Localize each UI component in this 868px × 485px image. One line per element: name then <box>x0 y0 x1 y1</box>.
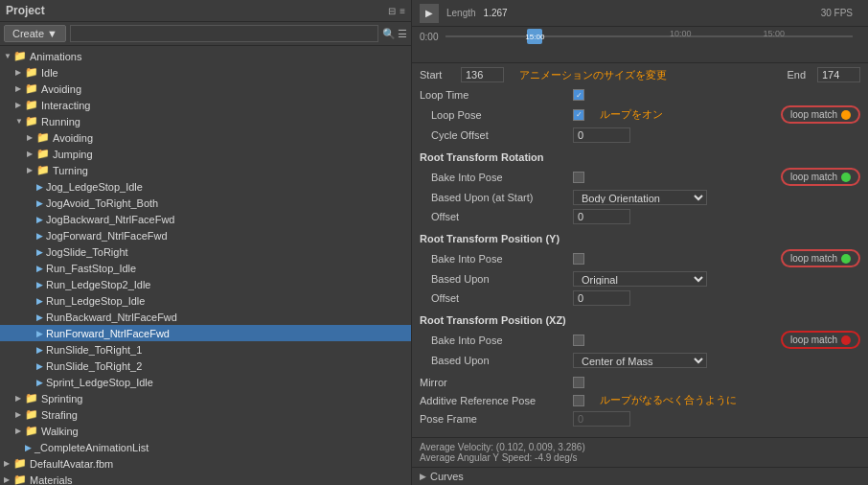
pose-frame-input[interactable] <box>573 411 630 427</box>
loop-dot-red <box>841 335 851 345</box>
tree-item-run3[interactable]: ▶Run_LedgeStop_Idle <box>0 292 411 309</box>
loop-match-button-2[interactable]: loop match <box>781 168 860 186</box>
length-label: Length <box>446 8 476 18</box>
loop-match-button-1[interactable]: loop match <box>781 105 860 124</box>
cycle-offset-input[interactable] <box>573 127 630 143</box>
tree-item-jumping[interactable]: ▶📁Jumping <box>0 146 411 162</box>
end-value-input[interactable] <box>817 67 860 82</box>
play-button[interactable]: ▶ <box>420 4 439 23</box>
bake-y-checkbox[interactable] <box>573 253 584 265</box>
tree-item-interacting[interactable]: ▶📁Interacting <box>0 97 411 113</box>
top-bar: ▶ Length 1.267 30 FPS <box>412 0 868 27</box>
tree-item-animations[interactable]: ▼📁Animations <box>0 48 411 64</box>
root-position-y-label: Root Transform Position (Y) <box>420 233 560 244</box>
tree-label-jog3: JogBackward_NtrlFaceFwd <box>46 214 175 225</box>
filter-icon[interactable]: ☰ <box>398 28 407 40</box>
based-upon-y-select[interactable]: Original <box>573 271 707 287</box>
tree-item-walking[interactable]: ▶📁Walking <box>0 423 411 439</box>
folder-icon-avoiding: 📁 <box>25 82 38 95</box>
tree-item-running[interactable]: ▼📁Running <box>0 113 411 129</box>
tree-item-sprinting[interactable]: ▶📁Sprinting <box>0 390 411 406</box>
offset-y-label: Offset <box>420 292 573 304</box>
tree-label-defaultavatar: DefaultAvatar.fbm <box>30 458 113 470</box>
create-button[interactable]: Create ▼ <box>4 25 66 42</box>
curves-bar[interactable]: ▶ Curves <box>412 467 868 485</box>
tree-item-jog5[interactable]: ▶JogSlide_ToRight <box>0 243 411 260</box>
tree-item-defaultavatar[interactable]: ▶📁DefaultAvatar.fbm <box>0 455 411 472</box>
root-rotation-based-row: Based Upon (at Start) Body Orientation <box>412 188 868 207</box>
tree-item-run5[interactable]: ▶RunForward_NtrlFaceFwd <box>0 325 411 341</box>
timeline-area: 0:00 15:00 10:00 15:00 <box>412 27 868 63</box>
tree-label-avoiding2: Avoiding <box>53 132 93 144</box>
loop-time-label: Loop Time <box>420 89 573 101</box>
tree-item-run7[interactable]: ▶RunSlide_ToRight_2 <box>0 358 411 374</box>
root-rotation-bake-row: Bake Into Pose loop match <box>412 166 868 188</box>
content-scroll: Start アニメーションのサイズを変更 End Loop Time ✓ Loo… <box>412 63 868 437</box>
folder-icon-materials: 📁 <box>13 473 27 485</box>
tree-arrow-sprinting: ▶ <box>15 394 25 403</box>
folder-icon-idle: 📁 <box>25 66 38 79</box>
tree-item-run6[interactable]: ▶RunSlide_ToRight_1 <box>0 341 411 358</box>
loop-time-checkbox[interactable]: ✓ <box>573 89 584 101</box>
search-icon[interactable]: 🔍 <box>382 28 396 40</box>
curves-label: Curves <box>430 471 464 482</box>
tree-item-avoiding[interactable]: ▶📁Avoiding <box>0 81 411 97</box>
tree-item-turning[interactable]: ▶📁Turning <box>0 162 411 178</box>
tree-item-jog1[interactable]: ▶Jog_LedgeStop_Idle <box>0 178 411 195</box>
tree-item-completelist[interactable]: ▶_CompleteAnimationList <box>0 439 411 455</box>
root-position-xz-label: Root Transform Position (XZ) <box>420 314 566 326</box>
tree-label-turning: Turning <box>53 165 88 176</box>
bake-rotation-checkbox[interactable] <box>573 172 584 183</box>
additive-ref-label: Additive Reference Pose <box>420 395 573 406</box>
file-icon-jog1: ▶ <box>36 182 43 192</box>
bake-xz-checkbox[interactable] <box>573 335 584 346</box>
tree-arrow-turning: ▶ <box>27 166 36 174</box>
offset-y-input[interactable] <box>573 290 630 306</box>
tree-item-jog4[interactable]: ▶JogForward_NtrlFaceFwd <box>0 227 411 243</box>
loop-match-button-4[interactable]: loop match <box>781 331 860 349</box>
tree-item-strafing[interactable]: ▶📁Strafing <box>0 406 411 423</box>
tree-item-idle[interactable]: ▶📁Idle <box>0 64 411 81</box>
root-rotation-offset-row: Offset <box>412 207 868 226</box>
start-value-input[interactable] <box>461 67 504 82</box>
file-icon-run1: ▶ <box>36 264 43 273</box>
file-icon-completelist: ▶ <box>25 443 32 452</box>
pose-frame-label: Pose Frame <box>420 413 573 425</box>
start-label: Start <box>420 69 453 81</box>
annotation3: ループがなるべく合うように <box>600 393 737 407</box>
tree-item-avoiding2[interactable]: ▶📁Avoiding <box>0 129 411 146</box>
search-icons: 🔍 ☰ <box>382 28 407 40</box>
folder-icon-avoiding2: 📁 <box>36 131 50 144</box>
tree-label-materials: Materials <box>30 474 73 486</box>
tree-label-strafing: Strafing <box>41 409 78 421</box>
project-title: Project <box>6 4 45 17</box>
timeline-marker[interactable]: 15:00 <box>527 29 542 44</box>
loop-pose-checkbox[interactable]: ✓ <box>573 109 584 121</box>
mirror-checkbox[interactable] <box>573 377 584 388</box>
tree-item-jog3[interactable]: ▶JogBackward_NtrlFaceFwd <box>0 211 411 227</box>
tree-item-jog2[interactable]: ▶JogAvoid_ToRight_Both <box>0 195 411 211</box>
tree-label-sprinting: Sprinting <box>41 393 82 404</box>
root-position-y-bake-row: Bake Into Pose loop match <box>412 247 868 269</box>
tree-item-run2[interactable]: ▶Run_LedgeStop2_Idle <box>0 276 411 292</box>
tree-label-run1: Run_FastStop_Idle <box>46 263 136 274</box>
additive-ref-checkbox[interactable] <box>573 395 584 406</box>
search-input[interactable] <box>70 25 378 42</box>
loop-match-button-3[interactable]: loop match <box>781 249 860 267</box>
tree-item-run1[interactable]: ▶Run_FastStop_Idle <box>0 260 411 276</box>
tree-item-run4[interactable]: ▶RunBackward_NtrlFaceFwd <box>0 309 411 325</box>
file-icon-sprint: ▶ <box>36 378 43 387</box>
project-header: Project ⊟ ≡ <box>0 0 411 22</box>
bottom-info: Average Velocity: (0.102, 0.009, 3.286) … <box>412 437 868 467</box>
root-position-xz-based-row: Based Upon Center of Mass <box>412 351 868 370</box>
root-position-xz-bake-row: Bake Into Pose loop match <box>412 329 868 351</box>
tree-item-materials[interactable]: ▶📁Materials <box>0 472 411 485</box>
tree-item-sprint[interactable]: ▶Sprint_LedgeStop_Idle <box>0 374 411 390</box>
tree-label-completelist: _CompleteAnimationList <box>34 442 148 453</box>
tree-label-jog5: JogSlide_ToRight <box>46 246 128 258</box>
based-upon-start-select[interactable]: Body Orientation <box>573 190 707 205</box>
offset-rotation-input[interactable] <box>573 209 630 224</box>
based-upon-xz-select[interactable]: Center of Mass <box>573 353 707 368</box>
timeline-10: 10:00 <box>670 29 692 38</box>
tree-label-avoiding: Avoiding <box>41 83 81 95</box>
